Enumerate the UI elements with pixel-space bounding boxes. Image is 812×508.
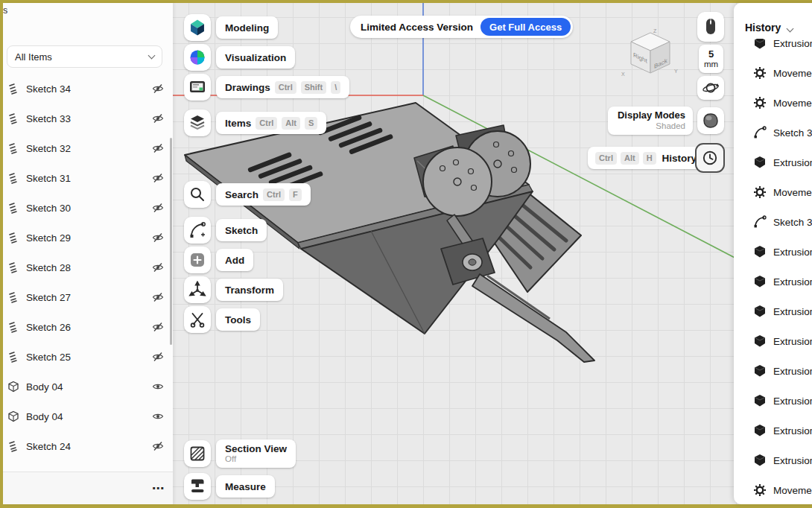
sketch-hatch-icon <box>7 172 19 184</box>
sketch-label-button[interactable]: Sketch <box>216 219 267 241</box>
history-item[interactable]: Extrusion <box>734 386 812 416</box>
history-item[interactable]: Movement <box>734 58 812 88</box>
add-tool-button[interactable] <box>184 247 211 273</box>
mouse-settings-button[interactable] <box>697 12 724 42</box>
items-panel-button[interactable] <box>184 109 211 136</box>
list-item[interactable]: Sketch 24 <box>3 431 173 461</box>
add-label-button[interactable]: Add <box>216 249 253 271</box>
visualization-workspace-button[interactable] <box>184 44 211 71</box>
eye-off-icon[interactable] <box>152 321 164 333</box>
history-item-label: Movement <box>773 187 812 198</box>
eye-icon[interactable] <box>152 410 164 422</box>
item-label: Sketch 33 <box>26 113 71 124</box>
eye-off-icon[interactable] <box>152 291 164 303</box>
measure-label-button[interactable]: Measure <box>216 475 275 498</box>
list-item[interactable]: Sketch 25 <box>3 342 173 372</box>
tab-drawings[interactable]: Drawings Ctrl Shift \ <box>216 76 349 98</box>
history-item-label: Extrusion <box>773 38 812 49</box>
list-item[interactable]: Sketch 32 <box>3 133 173 163</box>
transform-tool-button[interactable] <box>184 276 211 303</box>
section-view-button[interactable] <box>184 440 211 467</box>
extrusion-icon <box>753 334 767 348</box>
grid-scale-unit: mm <box>704 60 718 69</box>
kbd-badge: Alt <box>621 152 639 165</box>
sketch-arc-icon <box>188 221 206 239</box>
clock-icon <box>701 149 719 167</box>
history-item[interactable]: Extrusion <box>734 445 812 475</box>
tools-label-button[interactable]: Tools <box>216 308 260 331</box>
sidebar-scrollbar[interactable] <box>170 138 172 345</box>
list-item[interactable]: Sketch 29 <box>3 223 173 253</box>
history-items-list: Extrusion <box>734 28 812 504</box>
list-item[interactable]: Sketch 30 <box>3 193 173 223</box>
history-item[interactable]: Extrusion <box>734 147 812 177</box>
view-cube[interactable]: Right Back Z X Y <box>617 27 684 86</box>
eye-off-icon[interactable] <box>152 202 164 214</box>
history-item-label: Extrusion <box>773 366 812 377</box>
shaded-blob-icon <box>702 112 720 130</box>
eye-off-icon[interactable] <box>152 172 164 184</box>
sketch-tool-button[interactable] <box>184 217 211 244</box>
item-label: Body 04 <box>26 411 63 422</box>
history-item-label: Sketch 39 <box>773 217 812 228</box>
body-icon <box>7 381 19 393</box>
list-item[interactable]: Sketch 34 <box>3 74 173 104</box>
drawings-workspace-button[interactable] <box>184 74 211 101</box>
history-item[interactable]: Extrusion <box>734 416 812 445</box>
history-dropdown[interactable]: History <box>734 3 812 39</box>
eye-icon[interactable] <box>152 381 164 393</box>
list-item[interactable]: Sketch 33 <box>3 104 173 133</box>
eye-off-icon[interactable] <box>152 142 164 154</box>
eye-off-icon[interactable] <box>152 440 164 452</box>
tools-tool-button[interactable] <box>184 306 211 333</box>
history-item[interactable]: Movement <box>734 177 812 207</box>
sketch-hatch-icon <box>7 351 19 363</box>
eye-off-icon[interactable] <box>152 232 164 244</box>
orbit-view-button[interactable] <box>697 76 724 100</box>
list-item[interactable]: Sketch 26 <box>3 312 173 342</box>
search-label-button[interactable]: Search Ctrl F <box>216 183 311 206</box>
items-filter-dropdown[interactable]: All Items <box>7 45 162 68</box>
history-shortcut-tooltip: Ctrl Alt H History <box>588 147 704 169</box>
search-button[interactable] <box>184 181 211 208</box>
tab-visualization[interactable]: Visualization <box>216 46 295 69</box>
history-item[interactable]: Movement <box>734 88 812 118</box>
history-item[interactable]: Extrusion <box>734 237 812 267</box>
history-item[interactable]: Extrusion <box>734 296 812 326</box>
history-item-label: Extrusion <box>773 396 812 407</box>
section-view-label-button[interactable]: Section View Off <box>216 439 296 468</box>
transform-label-button[interactable]: Transform <box>216 279 283 301</box>
history-item[interactable]: Sketch 39 <box>734 207 812 237</box>
measure-button[interactable] <box>184 473 211 500</box>
history-item[interactable]: Extrusion <box>734 267 812 296</box>
list-item[interactable]: Body 04 <box>3 372 173 401</box>
extrusion-icon <box>753 305 767 318</box>
history-item[interactable]: Movement <box>734 475 812 504</box>
history-item[interactable]: Extrusion <box>734 356 812 386</box>
list-item[interactable]: Sketch 27 <box>3 282 173 312</box>
list-item[interactable]: Sketch 31 <box>3 163 173 193</box>
display-modes-button[interactable] <box>697 107 724 134</box>
movement-icon <box>753 96 767 109</box>
kbd-badge: Ctrl <box>256 117 277 130</box>
more-options-button[interactable]: ⋯ <box>152 483 164 495</box>
tab-modeling[interactable]: Modeling <box>216 16 278 39</box>
item-label: Sketch 32 <box>26 143 71 154</box>
tab-items[interactable]: Items Ctrl Alt S <box>216 112 326 134</box>
sketch-hatch-icon <box>7 261 19 273</box>
eye-off-icon[interactable] <box>152 261 164 273</box>
history-item[interactable]: Extrusion <box>734 326 812 356</box>
extrusion-icon <box>753 394 767 407</box>
list-item[interactable]: Body 04 <box>3 401 173 431</box>
get-full-access-button[interactable]: Get Full Access <box>480 18 571 36</box>
eye-off-icon[interactable] <box>152 351 164 363</box>
sketch-hatch-icon <box>7 83 19 95</box>
eye-off-icon[interactable] <box>152 83 164 95</box>
history-panel-button[interactable] <box>695 143 725 173</box>
extrusion-icon <box>753 424 767 437</box>
history-item[interactable]: Sketch 38 <box>734 118 812 147</box>
modeling-workspace-button[interactable] <box>184 14 211 41</box>
list-item[interactable]: Sketch 28 <box>3 253 173 282</box>
eye-off-icon[interactable] <box>152 112 164 124</box>
app-window: Right Back Z X Y s All Items <box>0 0 812 508</box>
